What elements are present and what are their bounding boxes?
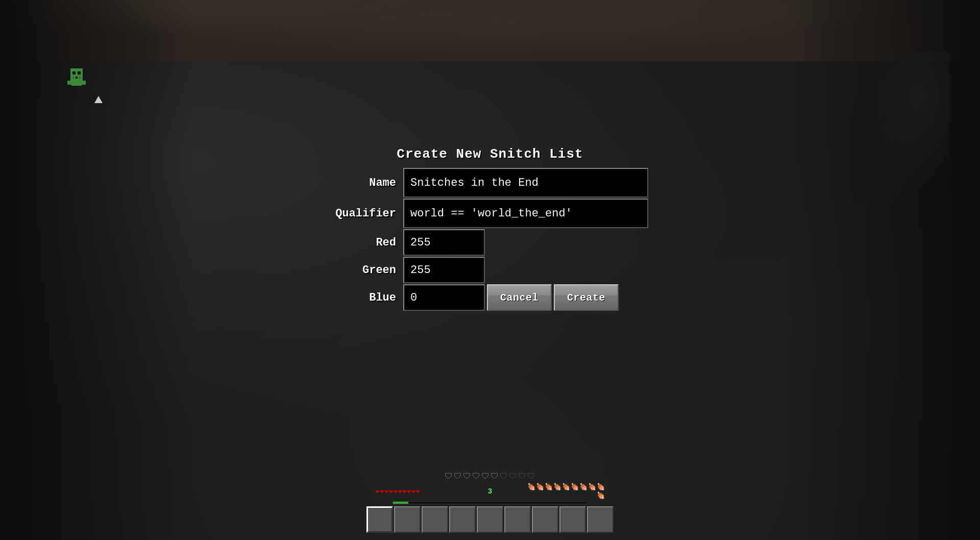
blue-label: Blue bbox=[332, 284, 403, 311]
create-snitch-list-dialog: Create New Snitch List Name Qualifier Re… bbox=[332, 146, 648, 312]
hud: 🛡 🛡 🛡 🛡 🛡 🛡 🛡 🛡 🛡 🛡 ❤ ❤ ❤ ❤ ❤ ❤ ❤ ❤ ❤ ❤ … bbox=[0, 472, 980, 540]
svg-rect-8 bbox=[82, 81, 86, 85]
hotbar-slot-9[interactable] bbox=[587, 506, 614, 533]
food-6: 🍖 bbox=[571, 483, 579, 491]
hotbar-slot-6[interactable] bbox=[504, 506, 531, 533]
svg-rect-6 bbox=[71, 81, 82, 86]
heart-7: ❤ bbox=[402, 487, 406, 496]
heart-5: ❤ bbox=[394, 487, 398, 496]
level-display: 3 bbox=[487, 487, 492, 496]
qualifier-label: Qualifier bbox=[332, 199, 403, 228]
hotbar-slot-3[interactable] bbox=[422, 506, 448, 533]
name-row: Name bbox=[332, 168, 648, 198]
hotbar bbox=[366, 506, 614, 533]
svg-rect-4 bbox=[74, 77, 76, 79]
svg-rect-2 bbox=[78, 71, 81, 75]
red-row: Red bbox=[332, 229, 648, 256]
armor-icon-10: 🛡 bbox=[527, 472, 535, 481]
heart-10: ❤ bbox=[416, 487, 420, 496]
player-marker bbox=[94, 96, 103, 103]
cave-right-detail bbox=[847, 51, 949, 204]
name-input[interactable] bbox=[403, 168, 648, 198]
red-label: Red bbox=[332, 229, 403, 256]
dialog-buttons: Cancel Create bbox=[487, 284, 619, 311]
hotbar-slot-5[interactable] bbox=[477, 506, 503, 533]
svg-rect-7 bbox=[67, 81, 71, 85]
level-number: 3 bbox=[487, 487, 492, 496]
hotbar-slot-4[interactable] bbox=[449, 506, 476, 533]
heart-9: ❤ bbox=[411, 487, 415, 496]
food-10: 🍖 bbox=[597, 492, 605, 500]
svg-rect-5 bbox=[78, 77, 80, 79]
health-hunger-row: ❤ ❤ ❤ ❤ ❤ ❤ ❤ ❤ ❤ ❤ 3 🍖 🍖 🍖 🍖 🍖 🍖 🍖 🍖 🍖 bbox=[375, 483, 604, 500]
armor-icon-8: 🛡 bbox=[509, 472, 517, 481]
food-8: 🍖 bbox=[588, 483, 596, 491]
xp-bar-container bbox=[393, 501, 587, 504]
dialog-form: Name Qualifier Red Green Blue Cancel Cre… bbox=[332, 168, 648, 311]
green-label: Green bbox=[332, 257, 403, 283]
food-1: 🍖 bbox=[527, 483, 535, 491]
heart-1: ❤ bbox=[375, 487, 379, 496]
heart-3: ❤ bbox=[384, 487, 388, 496]
hearts-section: ❤ ❤ ❤ ❤ ❤ ❤ ❤ ❤ ❤ ❤ bbox=[375, 487, 457, 496]
qualifier-input[interactable] bbox=[403, 199, 648, 228]
armor-icon-6: 🛡 bbox=[491, 472, 499, 481]
name-label: Name bbox=[332, 168, 403, 198]
food-3: 🍖 bbox=[545, 483, 553, 491]
hunger-section: 🍖 🍖 🍖 🍖 🍖 🍖 🍖 🍖 🍖 🍖 bbox=[523, 483, 605, 500]
dialog-title: Create New Snitch List bbox=[332, 146, 648, 162]
heart-8: ❤ bbox=[407, 487, 411, 496]
hotbar-slot-7[interactable] bbox=[532, 506, 558, 533]
armor-icon-1: 🛡 bbox=[445, 472, 453, 481]
armor-icon-7: 🛡 bbox=[500, 472, 508, 481]
cancel-button[interactable]: Cancel bbox=[487, 284, 552, 311]
food-2: 🍖 bbox=[536, 483, 544, 491]
green-row: Green bbox=[332, 257, 648, 283]
xp-bar-fill bbox=[393, 502, 408, 504]
food-4: 🍖 bbox=[553, 483, 561, 491]
hotbar-slot-1[interactable] bbox=[366, 506, 393, 533]
cave-left-shadow bbox=[0, 0, 194, 540]
red-input[interactable] bbox=[403, 229, 485, 256]
mob-sprite bbox=[66, 66, 87, 87]
hotbar-slot-8[interactable] bbox=[559, 506, 586, 533]
armor-row: 🛡 🛡 🛡 🛡 🛡 🛡 🛡 🛡 🛡 🛡 bbox=[445, 472, 535, 481]
food-7: 🍖 bbox=[579, 483, 587, 491]
food-9: 🍖 bbox=[597, 483, 605, 491]
armor-icon-3: 🛡 bbox=[463, 472, 471, 481]
hotbar-slot-2[interactable] bbox=[394, 506, 421, 533]
blue-input[interactable] bbox=[403, 284, 485, 311]
green-input[interactable] bbox=[403, 257, 485, 283]
svg-rect-0 bbox=[70, 68, 83, 81]
create-button[interactable]: Create bbox=[554, 284, 619, 311]
armor-icon-5: 🛡 bbox=[481, 472, 489, 481]
heart-6: ❤ bbox=[398, 487, 402, 496]
heart-4: ❤ bbox=[389, 487, 393, 496]
food-5: 🍖 bbox=[562, 483, 570, 491]
armor-icon-4: 🛡 bbox=[472, 472, 480, 481]
svg-rect-1 bbox=[72, 71, 76, 75]
armor-icon-2: 🛡 bbox=[454, 472, 462, 481]
qualifier-row: Qualifier bbox=[332, 199, 648, 228]
blue-row: Blue Cancel Create bbox=[332, 284, 648, 311]
armor-icon-9: 🛡 bbox=[518, 472, 526, 481]
heart-2: ❤ bbox=[380, 487, 384, 496]
